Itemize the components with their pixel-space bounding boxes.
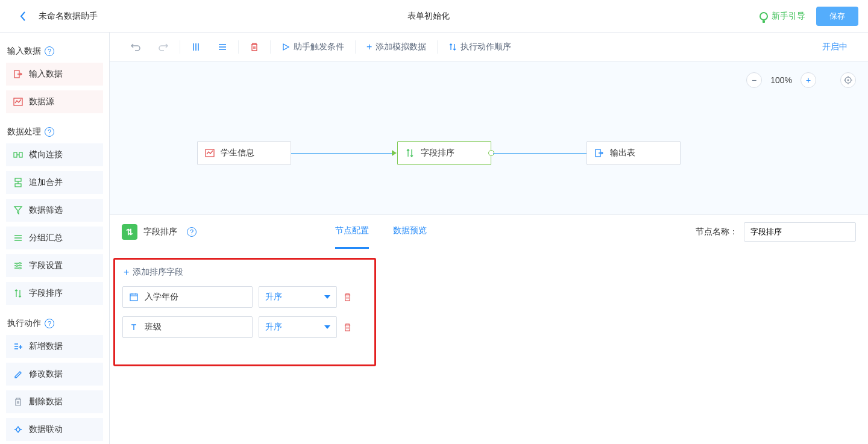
order-value: 升序 [265, 322, 282, 333]
highlighted-region: + 添加排序字段 入学年份 升序 [113, 258, 376, 366]
field-value: 班级 [145, 322, 162, 333]
order-select[interactable]: 升序 [259, 286, 337, 308]
hjoin-icon [13, 150, 23, 160]
trigger-button[interactable]: 助手触发条件 [273, 33, 353, 61]
svg-point-6 [19, 263, 21, 264]
page-title: 表单初始化 [98, 11, 760, 22]
sidebar-item-delete[interactable]: 删除数据 [6, 390, 103, 413]
align-v-button[interactable] [183, 33, 209, 61]
status-label[interactable]: 开启中 [814, 33, 856, 61]
sidebar-item-add[interactable]: 新增数据 [6, 335, 103, 358]
sort-row: 入学年份 升序 [122, 286, 367, 308]
zoom-control: − 100% + [746, 72, 856, 88]
sidebar-item-label: 修改数据 [29, 369, 63, 380]
chart-icon [13, 97, 23, 107]
help-icon[interactable]: ? [45, 127, 54, 137]
sidebar-item-datasource[interactable]: 数据源 [6, 90, 103, 113]
date-icon [129, 292, 139, 302]
sidebar-item-fieldset[interactable]: 字段设置 [6, 254, 103, 277]
sidebar-item-hjoin[interactable]: 横向连接 [6, 143, 103, 166]
order-button[interactable]: 执行动作顺序 [440, 33, 520, 61]
sidebar-item-label: 数据筛选 [29, 205, 63, 216]
svg-point-8 [19, 267, 21, 269]
edit-icon [13, 369, 23, 379]
delete-row-button[interactable] [343, 293, 354, 302]
chart-icon [205, 148, 215, 158]
tab-node-config[interactable]: 节点配置 [335, 214, 369, 249]
sidebar-item-filter[interactable]: 数据筛选 [6, 199, 103, 222]
zoom-value: 100% [770, 75, 792, 85]
field-select[interactable]: 班级 [122, 316, 253, 338]
sidebar-item-link[interactable]: 数据联动 [6, 418, 103, 441]
config-header: ⇅ 字段排序 ? 节点配置 数据预览 节点名称： [110, 214, 868, 248]
zoom-out-button[interactable]: − [746, 72, 762, 88]
canvas-node-sort[interactable]: 字段排序 [397, 141, 491, 165]
divider [180, 40, 180, 54]
recenter-button[interactable] [840, 72, 856, 88]
node-name-input[interactable] [744, 222, 856, 242]
sidebar-item-fieldsort[interactable]: 字段排序 [6, 282, 103, 305]
sidebar: 输入数据 ? 输入数据 数据源 数据处理 ? 横向连接 追加合并 数据筛选 [0, 33, 110, 444]
back-icon[interactable] [19, 11, 27, 22]
sidebar-item-label: 字段排序 [29, 288, 63, 299]
canvas-node-input[interactable]: 学生信息 [197, 141, 291, 165]
help-icon[interactable]: ? [45, 319, 54, 328]
help-icon[interactable]: ? [187, 227, 197, 237]
config-title: ⇅ 字段排序 ? [122, 224, 197, 240]
save-button[interactable]: 保存 [816, 7, 858, 26]
divider [238, 40, 239, 54]
sidebar-item-group[interactable]: 分组汇总 [6, 227, 103, 249]
field-select[interactable]: 入学年份 [122, 286, 253, 308]
svg-rect-3 [19, 152, 22, 157]
mock-button[interactable]: + 添加模拟数据 [358, 33, 435, 61]
add-data-icon [13, 342, 23, 351]
sidebar-item-input-data[interactable]: 输入数据 [6, 63, 103, 86]
sidebar-item-label: 输入数据 [29, 69, 63, 80]
order-select[interactable]: 升序 [259, 316, 337, 338]
sort-row: 班级 升序 [122, 316, 367, 338]
svg-rect-4 [15, 178, 21, 181]
group-icon [13, 233, 23, 243]
text-icon [129, 322, 139, 332]
add-sort-field-button[interactable]: + 添加排序字段 [124, 267, 367, 278]
delete-button[interactable] [241, 33, 268, 61]
sidebar-item-modify[interactable]: 修改数据 [6, 363, 103, 386]
settings-icon [13, 261, 23, 270]
node-label: 学生信息 [221, 148, 254, 158]
config-body: + 添加排序字段 入学年份 升序 [110, 248, 868, 444]
sidebar-item-label: 数据源 [29, 96, 54, 107]
plus-icon: + [124, 267, 129, 278]
redo-button[interactable] [149, 33, 177, 61]
order-value: 升序 [265, 292, 282, 302]
sidebar-item-append[interactable]: 追加合并 [6, 171, 103, 194]
arrow-icon [392, 150, 397, 156]
trash-icon [13, 397, 23, 407]
canvas-node-output[interactable]: 输出表 [587, 141, 681, 165]
assistant-name: 未命名数据助手 [39, 11, 98, 22]
top-bar: 未命名数据助手 表单初始化 新手引导 保存 [0, 0, 868, 33]
sidebar-item-label: 分组汇总 [29, 233, 63, 243]
export-icon [594, 148, 604, 158]
field-value: 入学年份 [145, 292, 178, 302]
tab-data-preview[interactable]: 数据预览 [393, 214, 427, 249]
canvas[interactable]: − 100% + 学生信息 字段排序 输出表 [110, 61, 868, 214]
edge [493, 153, 587, 154]
sort-icon [405, 148, 415, 158]
help-icon[interactable]: ? [45, 46, 54, 56]
delete-row-button[interactable] [343, 323, 354, 332]
divider [270, 40, 271, 54]
filter-icon [13, 205, 23, 215]
align-h-button[interactable] [209, 33, 236, 61]
sort-badge-icon: ⇅ [122, 224, 137, 240]
guide-link[interactable]: 新手引导 [760, 11, 805, 22]
zoom-in-button[interactable]: + [800, 72, 816, 88]
node-label: 字段排序 [421, 148, 454, 158]
bulb-icon [760, 12, 768, 20]
sidebar-heading-input: 输入数据 ? [7, 46, 103, 57]
sidebar-item-label: 数据联动 [29, 424, 63, 435]
svg-rect-14 [130, 294, 137, 301]
sidebar-item-label: 删除数据 [29, 396, 63, 407]
sidebar-heading-action: 执行动作 ? [7, 318, 103, 329]
config-tabs: 节点配置 数据预览 [335, 214, 427, 249]
undo-button[interactable] [122, 33, 149, 61]
